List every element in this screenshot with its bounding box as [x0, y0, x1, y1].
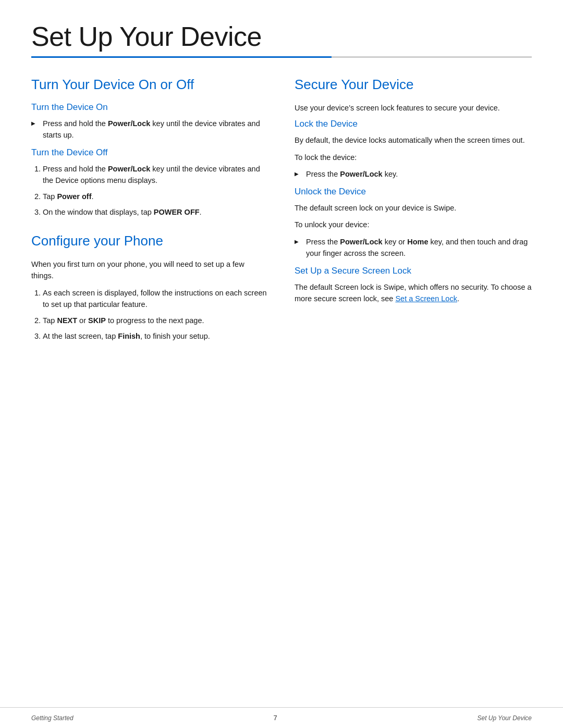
unlock-desc1: The default screen lock on your device i…	[295, 202, 532, 214]
unlock-desc2: To unlock your device:	[295, 219, 532, 230]
power-lock-bold-3: Power/Lock	[340, 170, 382, 178]
page-title: Set Up Your Device	[31, 21, 532, 52]
lock-desc1: By default, the device locks automatical…	[295, 134, 532, 146]
configure-item-3: At the last screen, tap Finish, to finis…	[43, 330, 268, 342]
turn-off-item-1: Press and hold the Power/Lock key until …	[43, 163, 268, 187]
turn-device-title: Turn Your Device On or Off	[31, 77, 268, 93]
lock-desc2: To lock the device:	[295, 152, 532, 163]
footer: Getting Started 7 Set Up Your Device	[0, 707, 563, 728]
configure-intro: When you first turn on your phone, you w…	[31, 258, 268, 282]
next-bold: NEXT	[57, 316, 77, 325]
turn-on-item: Press and hold the Power/Lock key until …	[31, 118, 268, 141]
secure-desc-end: .	[457, 294, 459, 303]
home-bold: Home	[407, 238, 428, 246]
footer-left: Getting Started	[31, 714, 74, 722]
title-divider	[31, 56, 532, 58]
footer-right: Set Up Your Device	[477, 714, 532, 722]
set-screen-lock-link[interactable]: Set a Screen Lock	[395, 294, 457, 303]
power-lock-bold-1: Power/Lock	[108, 119, 150, 128]
configure-phone-section: Configure your Phone When you first turn…	[31, 233, 268, 342]
unlock-device-subsection: Unlock the Device The default screen loc…	[295, 187, 532, 260]
configure-phone-title: Configure your Phone	[31, 233, 268, 249]
configure-list: As each screen is displayed, follow the …	[31, 287, 268, 342]
content-area: Turn Your Device On or Off Turn the Devi…	[31, 77, 532, 357]
power-lock-bold-4: Power/Lock	[340, 238, 382, 246]
skip-bold: SKIP	[88, 316, 106, 325]
left-column: Turn Your Device On or Off Turn the Devi…	[31, 77, 268, 357]
lock-device-subsection: Lock the Device By default, the device l…	[295, 119, 532, 180]
turn-off-title: Turn the Device Off	[31, 147, 268, 158]
footer-page-number: 7	[273, 714, 277, 722]
right-column: Secure Your Device Use your device’s scr…	[295, 77, 532, 357]
secure-device-section: Secure Your Device Use your device’s scr…	[295, 77, 532, 305]
turn-off-item-3: On the window that displays, tap POWER O…	[43, 206, 268, 218]
unlock-item: Press the Power/Lock key or Home key, an…	[295, 236, 532, 260]
turn-on-title: Turn the Device On	[31, 102, 268, 113]
finish-bold: Finish	[118, 332, 140, 340]
turn-on-list: Press and hold the Power/Lock key until …	[31, 118, 268, 141]
power-off-bold: Power off	[57, 192, 91, 201]
secure-screen-lock-desc: The default Screen lock is Swipe, which …	[295, 281, 532, 305]
power-lock-bold-2: Power/Lock	[108, 165, 150, 173]
turn-device-section: Turn Your Device On or Off Turn the Devi…	[31, 77, 268, 218]
secure-intro: Use your device’s screen lock features t…	[295, 102, 532, 114]
power-off-all-caps: POWER OFF	[154, 208, 200, 216]
secure-screen-lock-subsection: Set Up a Secure Screen Lock The default …	[295, 266, 532, 305]
lock-list: Press the Power/Lock key.	[295, 168, 532, 180]
configure-item-2: Tap NEXT or SKIP to progress to the next…	[43, 315, 268, 326]
secure-screen-lock-title: Set Up a Secure Screen Lock	[295, 266, 532, 276]
secure-device-title: Secure Your Device	[295, 77, 532, 93]
lock-item: Press the Power/Lock key.	[295, 168, 532, 180]
lock-device-title: Lock the Device	[295, 119, 532, 129]
turn-on-subsection: Turn the Device On Press and hold the Po…	[31, 102, 268, 141]
unlock-device-title: Unlock the Device	[295, 187, 532, 197]
unlock-list: Press the Power/Lock key or Home key, an…	[295, 236, 532, 260]
configure-item-1: As each screen is displayed, follow the …	[43, 287, 268, 311]
turn-off-subsection: Turn the Device Off Press and hold the P…	[31, 147, 268, 218]
turn-off-item-2: Tap Power off.	[43, 191, 268, 202]
turn-off-list: Press and hold the Power/Lock key until …	[31, 163, 268, 218]
